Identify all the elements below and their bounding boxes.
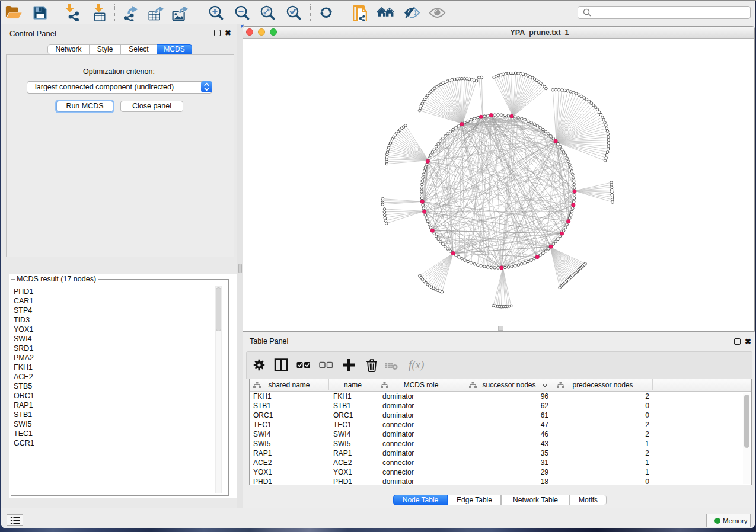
svg-text:f(x): f(x): [409, 358, 424, 371]
